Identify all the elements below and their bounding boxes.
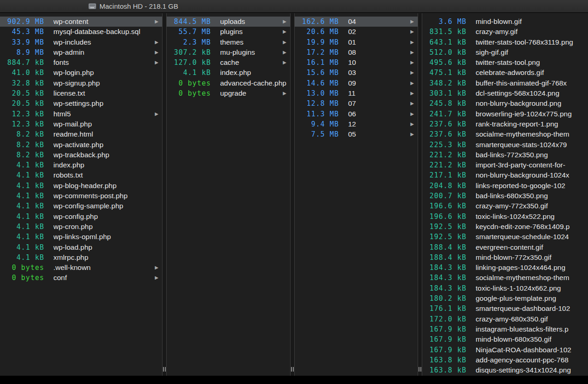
file-row[interactable]: 0 bytesadvanced-cache.php <box>167 78 290 88</box>
file-row[interactable]: 4.1 kBxmlrpc.php <box>0 252 162 263</box>
file-row[interactable]: 902.9 MBwp-content▶ <box>0 17 162 27</box>
file-row[interactable]: 241.7 kBbrowserling-ie9-1024x775.png <box>422 109 588 119</box>
file-list[interactable]: 902.9 MBwp-content▶45.3 MBmysql-database… <box>0 13 162 376</box>
file-row[interactable]: 884.7 kBfonts▶ <box>0 57 162 68</box>
file-row[interactable]: 162.6 MB04▶ <box>295 17 418 27</box>
file-name: mind-blown-772x350.gif <box>476 252 588 263</box>
file-row[interactable]: 8.2 kBwp-trackback.php <box>0 150 162 160</box>
file-row[interactable]: 643.1 kBtwitter-stats-tool-768x3119.png <box>422 37 588 47</box>
file-row[interactable]: 4.1 kBwp-links-opml.php <box>0 232 162 242</box>
file-row[interactable]: 348.2 kBbuffer-this-animated-gif-768x <box>422 78 588 88</box>
column-resize-handle[interactable] <box>418 13 422 376</box>
file-row[interactable]: 192.5 kBsmarterqueue-schedule-1024 <box>422 232 588 242</box>
file-size: 8.2 kB <box>0 129 44 139</box>
column-resize-handle[interactable] <box>290 13 295 376</box>
file-row[interactable]: 4.1 kBwp-config-sample.php <box>0 201 162 211</box>
file-row[interactable]: 237.6 kBrank-tracking-report-1.png <box>422 119 588 129</box>
file-row[interactable]: 188.4 kBmind-blown-772x350.gif <box>422 252 588 263</box>
file-row[interactable]: 0 bytesupgrade▶ <box>167 88 290 98</box>
file-row[interactable]: 55.7 MBplugins▶ <box>167 27 290 37</box>
file-row[interactable]: 20.6 MB02▶ <box>295 27 418 37</box>
file-row[interactable]: 4.1 kBwp-blog-header.php <box>0 181 162 191</box>
file-row[interactable]: 167.9 kBmind-blown-680x350.gif <box>422 334 588 344</box>
file-row[interactable]: 4.1 kBwp-cron.php <box>0 222 162 232</box>
file-row[interactable]: 475.1 kBcelebrate-adwords.gif <box>422 68 588 78</box>
file-row[interactable]: 12.3 kBwp-mail.php <box>0 119 162 129</box>
file-row[interactable]: 831.5 kBcrazy-amy.gif <box>422 27 588 37</box>
file-row[interactable]: 844.5 MBuploads▶ <box>167 17 290 27</box>
file-row[interactable]: 307.2 kBmu-plugins▶ <box>167 47 290 57</box>
file-row[interactable]: 167.9 kBNinjaCat-ROA-dashboard-102 <box>422 345 588 355</box>
file-row[interactable]: 4.1 kBindex.php <box>167 68 290 78</box>
file-row[interactable]: 15.6 MB03▶ <box>295 68 418 78</box>
file-row[interactable]: 167.9 kBinstagram-bluestacks-filters.p <box>422 324 588 334</box>
column-resize-handle[interactable] <box>162 13 167 376</box>
file-row[interactable]: 12.8 MB07▶ <box>295 98 418 109</box>
file-row[interactable]: 303.1 kBdcl-settings-568x1024.png <box>422 88 588 98</box>
file-row[interactable]: 20.5 kBwp-settings.php <box>0 98 162 109</box>
file-list[interactable]: 844.5 MBuploads▶55.7 MBplugins▶2.3 MBthe… <box>167 13 290 376</box>
file-size: 12.3 kB <box>0 109 44 119</box>
file-row[interactable]: 12.3 kBhtml5▶ <box>0 109 162 119</box>
file-row[interactable]: 13.0 MB11▶ <box>295 88 418 98</box>
file-row[interactable]: 4.1 kBwp-comments-post.php <box>0 191 162 201</box>
file-row[interactable]: 176.1 kBsmarterqueue-dashboard-102 <box>422 304 588 314</box>
file-list[interactable]: 3.6 MBmind-blown.gif831.5 kBcrazy-amy.gi… <box>422 13 588 376</box>
file-name: wp-settings.php <box>53 98 162 109</box>
file-row[interactable]: 184.3 kBsocialme-mythemeshop-them <box>422 273 588 283</box>
file-row[interactable]: 204.8 kBlinks-reported-to-google-102 <box>422 181 588 191</box>
file-row[interactable]: 196.6 kBcrazy-amy-772x350.gif <box>422 201 588 211</box>
file-name: non-blurry-background.png <box>476 98 588 109</box>
file-row[interactable]: 245.8 kBnon-blurry-background.png <box>422 98 588 109</box>
file-list[interactable]: 162.6 MB04▶20.6 MB02▶19.9 MB01▶17.2 MB08… <box>295 13 418 376</box>
file-row[interactable]: 19.9 MB01▶ <box>295 37 418 47</box>
file-row[interactable]: 221.2 kBimport-3rd-party-content-for- <box>422 160 588 170</box>
file-row[interactable]: 9.4 MB12▶ <box>295 119 418 129</box>
file-row[interactable]: 184.3 kBtoxic-links-1-1024x662.png <box>422 283 588 293</box>
file-row[interactable]: 8.2 kBreadme.html <box>0 129 162 139</box>
file-row[interactable]: 11.3 MB06▶ <box>295 109 418 119</box>
file-row[interactable]: 163.8 kBadd-agency-account-ppc-768 <box>422 355 588 365</box>
file-row[interactable]: 4.1 kBrobots.txt <box>0 170 162 180</box>
file-row[interactable]: 16.1 MB10▶ <box>295 57 418 68</box>
file-row[interactable]: 33.9 MBwp-includes▶ <box>0 37 162 47</box>
file-row[interactable]: 188.4 kBevergreen-content.gif <box>422 242 588 252</box>
file-row[interactable]: 2.3 MBthemes▶ <box>167 37 290 47</box>
file-row[interactable]: 172.0 kBcrazy-amy-680x350.gif <box>422 314 588 324</box>
file-size: 196.6 kB <box>422 201 466 211</box>
file-row[interactable]: 163.8 kBdisqus-settings-341x1024.png <box>422 365 588 375</box>
file-size: 4.1 kB <box>0 242 44 252</box>
file-row[interactable]: 184.3 kBlinking-pages-1024x464.png <box>422 263 588 273</box>
file-row[interactable]: 14.6 MB09▶ <box>295 78 418 88</box>
file-row[interactable]: 180.2 kBgoogle-plus-template.png <box>422 293 588 304</box>
file-row[interactable]: 221.2 kBbad-links-772x350.png <box>422 150 588 160</box>
horizontal-scrollbar[interactable] <box>0 376 588 384</box>
file-row[interactable]: 512.0 kBsigh-gif.gif <box>422 47 588 57</box>
file-row[interactable]: 237.6 kBsocialme-mythemeshop-them <box>422 129 588 139</box>
file-name: 12 <box>348 119 408 129</box>
file-row[interactable]: 192.5 kBkeycdn-edit-zone-768x1409.p <box>422 222 588 232</box>
file-row[interactable]: 495.6 kBtwitter-stats-tool.png <box>422 57 588 68</box>
file-row[interactable]: 3.6 MBmind-blown.gif <box>422 17 588 27</box>
file-row[interactable]: 41.0 kBwp-login.php <box>0 68 162 78</box>
file-row[interactable]: 8.9 MBwp-admin▶ <box>0 47 162 57</box>
file-row[interactable]: 127.0 kBcache▶ <box>167 57 290 68</box>
file-row[interactable]: 17.2 MB08▶ <box>295 47 418 57</box>
file-row[interactable]: 200.7 kBbad-links-680x350.png <box>422 191 588 201</box>
file-row[interactable]: 196.6 kBtoxic-links-1024x522.png <box>422 212 588 222</box>
titlebar[interactable]: Macintosh HD - 218.1 GB <box>0 0 588 13</box>
file-row[interactable]: 0 bytes.well-known▶ <box>0 263 162 273</box>
file-row[interactable]: 0 bytesconf▶ <box>0 273 162 283</box>
file-row[interactable]: 8.2 kBwp-activate.php <box>0 140 162 150</box>
file-row[interactable]: 4.1 kBwp-load.php <box>0 242 162 252</box>
file-row[interactable]: 32.8 kBwp-signup.php <box>0 78 162 88</box>
file-row[interactable]: 20.5 kBlicense.txt <box>0 88 162 98</box>
file-row[interactable]: 217.1 kBnon-blurry-background-1024x <box>422 170 588 180</box>
file-row[interactable]: 225.3 kBsmarterqueue-stats-1024x79 <box>422 140 588 150</box>
file-name: evergreen-content.gif <box>476 242 588 252</box>
file-row[interactable]: 4.1 kBindex.php <box>0 160 162 170</box>
file-row[interactable]: 45.3 MBmysql-database-backup.sql <box>0 27 162 37</box>
file-row[interactable]: 7.5 MB05▶ <box>295 129 418 139</box>
file-name: rank-tracking-report-1.png <box>476 119 588 129</box>
file-row[interactable]: 4.1 kBwp-config.php <box>0 212 162 222</box>
